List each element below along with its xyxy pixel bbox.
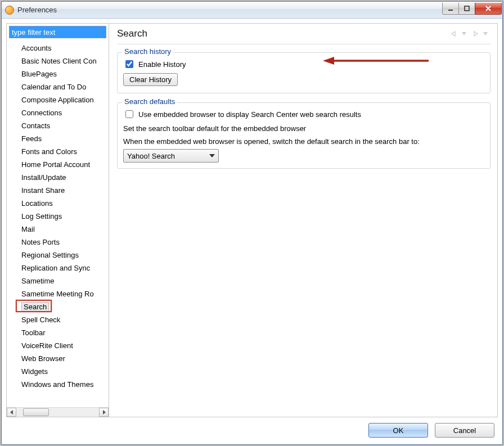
content-panel: Search bbox=[109, 24, 497, 417]
chevron-down-icon bbox=[209, 154, 215, 157]
tree-item[interactable]: Regional Settings bbox=[21, 249, 109, 262]
svg-marker-7 bbox=[483, 32, 488, 35]
tree-item-search[interactable]: Search bbox=[21, 300, 109, 313]
titlebar: Preferences bbox=[2, 2, 502, 19]
filter-wrap bbox=[7, 24, 109, 39]
svg-marker-5 bbox=[103, 410, 106, 415]
preferences-window: Preferences Accounts Basic N bbox=[1, 1, 503, 445]
arrow-forward-icon bbox=[471, 30, 479, 37]
scrollbar-track[interactable] bbox=[16, 408, 99, 417]
tree-item[interactable]: Web Browser bbox=[21, 352, 109, 365]
tree-item[interactable]: Mail bbox=[21, 223, 109, 236]
close-icon bbox=[484, 4, 492, 12]
tree-item[interactable]: Basic Notes Client Con bbox=[21, 55, 109, 67]
cancel-button[interactable]: Cancel bbox=[435, 423, 494, 438]
window-controls bbox=[443, 3, 502, 15]
arrow-back-icon bbox=[450, 30, 458, 37]
tree-items: Accounts Basic Notes Client Con BluePage… bbox=[11, 42, 109, 391]
group-legend: Search history bbox=[122, 47, 173, 56]
chevron-down-icon bbox=[483, 31, 488, 36]
tree-item[interactable]: Widgets bbox=[21, 365, 109, 378]
tree-item[interactable]: Notes Ports bbox=[21, 236, 109, 249]
category-tree[interactable]: Accounts Basic Notes Client Con BluePage… bbox=[7, 39, 109, 407]
nav-forward-button[interactable] bbox=[470, 29, 480, 39]
tree-item[interactable]: Instant Share bbox=[21, 184, 109, 197]
tree-item[interactable]: VoiceRite Client bbox=[21, 339, 109, 352]
embedded-browser-checkbox[interactable] bbox=[125, 110, 133, 118]
scrollbar-thumb[interactable] bbox=[23, 408, 49, 416]
group-legend: Search defaults bbox=[122, 97, 177, 106]
chevron-down-icon bbox=[462, 31, 466, 36]
content-header: Search bbox=[117, 27, 490, 44]
chevron-left-icon bbox=[10, 410, 14, 415]
minimize-button[interactable] bbox=[442, 3, 459, 15]
close-button[interactable] bbox=[475, 3, 502, 15]
search-provider-value: Yahoo! Search bbox=[127, 152, 175, 160]
search-provider-select[interactable]: Yahoo! Search bbox=[123, 149, 219, 163]
tree-item[interactable]: Install/Update bbox=[21, 171, 109, 184]
tree-item[interactable]: Sametime bbox=[21, 274, 109, 287]
tree-item[interactable]: Home Portal Account bbox=[21, 158, 109, 171]
maximize-button[interactable] bbox=[458, 3, 475, 15]
maximize-icon bbox=[464, 5, 470, 12]
tree-item[interactable]: Feeds bbox=[21, 132, 109, 145]
tree-item[interactable]: Composite Application bbox=[21, 93, 109, 106]
svg-marker-4 bbox=[10, 410, 13, 415]
filter-input[interactable] bbox=[9, 26, 106, 38]
nav-back-button[interactable] bbox=[449, 29, 459, 39]
nav-back-menu[interactable] bbox=[459, 29, 469, 39]
search-history-group: Search history Enable History Clear Hist… bbox=[117, 52, 490, 93]
svg-rect-1 bbox=[465, 6, 469, 11]
tree-item[interactable]: Windows and Themes bbox=[21, 378, 109, 391]
dialog-footer: OK Cancel bbox=[6, 417, 498, 440]
sidebar-hscrollbar[interactable] bbox=[7, 407, 109, 417]
ok-button[interactable]: OK bbox=[368, 423, 428, 438]
window-title: Preferences bbox=[17, 6, 443, 14]
header-nav bbox=[449, 29, 490, 39]
sidebar: Accounts Basic Notes Client Con BluePage… bbox=[7, 24, 109, 417]
enable-history-checkbox[interactable] bbox=[125, 60, 133, 68]
tree-item[interactable]: Calendar and To Do bbox=[21, 80, 109, 93]
chevron-right-icon bbox=[102, 410, 106, 415]
toolbar-default-text: Set the search toolbar default for the e… bbox=[123, 124, 484, 133]
scroll-right-button[interactable] bbox=[99, 408, 109, 417]
nav-forward-menu[interactable] bbox=[480, 29, 490, 39]
tree-item[interactable]: Accounts bbox=[21, 42, 109, 55]
embedded-browser-label: Use embedded browser to display Search C… bbox=[138, 110, 361, 119]
window-body: Accounts Basic Notes Client Con BluePage… bbox=[2, 19, 502, 444]
tree-item[interactable]: Toolbar bbox=[21, 326, 109, 339]
tree-item[interactable]: Replication and Sync bbox=[21, 262, 109, 274]
split-panes: Accounts Basic Notes Client Con BluePage… bbox=[6, 23, 498, 417]
enable-history-label: Enable History bbox=[138, 60, 186, 69]
tree-item[interactable]: Fonts and Colors bbox=[21, 145, 109, 158]
tree-item[interactable]: Log Settings bbox=[21, 210, 109, 223]
clear-history-button[interactable]: Clear History bbox=[123, 73, 178, 86]
tree-item[interactable]: Connections bbox=[21, 106, 109, 119]
app-icon bbox=[5, 6, 14, 15]
minimize-icon bbox=[447, 5, 454, 12]
switch-default-text: When the embedded web browser is opened,… bbox=[123, 137, 484, 146]
tree-item[interactable]: BluePages bbox=[21, 67, 109, 80]
svg-marker-6 bbox=[462, 32, 466, 35]
tree-item[interactable]: Contacts bbox=[21, 119, 109, 132]
search-defaults-group: Search defaults Use embedded browser to … bbox=[117, 102, 490, 169]
page-title: Search bbox=[117, 28, 449, 39]
scroll-left-button[interactable] bbox=[7, 408, 16, 417]
tree-item[interactable]: Spell Check bbox=[21, 313, 109, 326]
tree-item[interactable]: Sametime Meeting Ro bbox=[21, 287, 109, 300]
tree-item[interactable]: Locations bbox=[21, 197, 109, 210]
